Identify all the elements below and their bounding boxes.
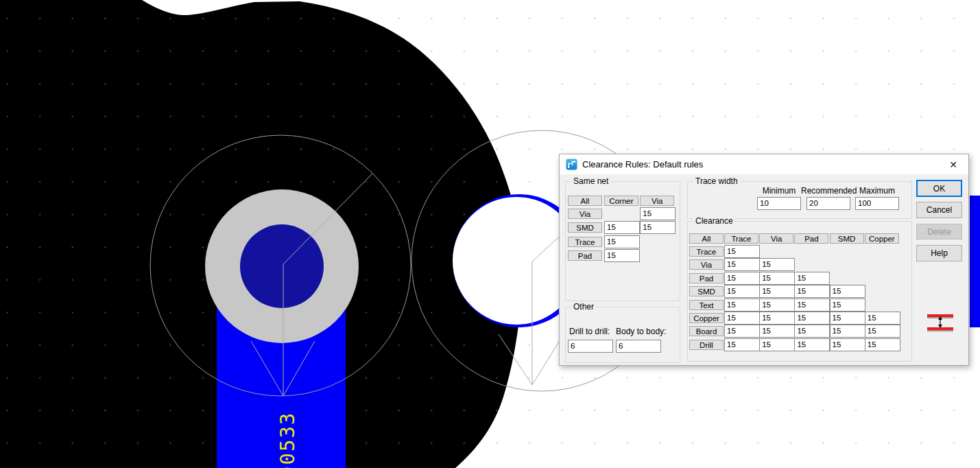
clearance-cell-board-smd[interactable]: 15	[830, 325, 865, 338]
clearance-row-copper-button[interactable]: Copper	[689, 313, 724, 323]
clearance-row-smd-button[interactable]: SMD	[689, 286, 724, 296]
clearance-group-label: Clearance	[693, 216, 735, 226]
drill-to-drill-field[interactable]: 6	[568, 340, 613, 353]
clearance-arrow-icon	[936, 316, 944, 328]
clearance-cell-smd-trace[interactable]: 15	[724, 285, 760, 298]
clearance-cell-smd-smd[interactable]: 15	[830, 285, 865, 298]
close-icon[interactable]: ✕	[947, 159, 959, 171]
clearance-cell-drill-copper[interactable]: 15	[865, 338, 900, 351]
clearance-row-via-button[interactable]: Via	[689, 259, 724, 270]
dialog-client-area: Same net Trace width Minimum Recommended…	[560, 174, 968, 365]
same-net-row-pad-button[interactable]: Pad	[568, 250, 602, 261]
left-pad-drill[interactable]	[240, 224, 324, 308]
clearance-cell-via-trace[interactable]: 15	[724, 258, 760, 271]
same-net-cell-smd-via[interactable]: 15	[640, 221, 676, 234]
same-net-cell-trace-corner[interactable]: 15	[604, 235, 640, 248]
help-button[interactable]: Help	[916, 245, 962, 261]
clearance-row-board-button[interactable]: Board	[689, 326, 724, 336]
clearance-cell-via-via[interactable]: 15	[759, 258, 795, 271]
clearance-header-pad-button[interactable]: Pad	[794, 233, 828, 244]
clearance-cell-drill-pad[interactable]: 15	[794, 338, 830, 351]
minimum-column-label: Minimum	[757, 186, 801, 196]
delete-button: Delete	[916, 224, 962, 239]
right-edge-trace[interactable]	[970, 196, 980, 327]
clearance-cell-text-pad[interactable]: 15	[794, 299, 830, 312]
clearance-header-all-button[interactable]: All	[689, 233, 724, 244]
pad-ref-text[interactable]: 00533	[276, 412, 299, 468]
clearance-cell-text-via[interactable]: 15	[759, 299, 795, 312]
clearance-cell-board-pad[interactable]: 15	[794, 325, 830, 338]
same-net-row-trace-button[interactable]: Trace	[568, 237, 602, 247]
clearance-cell-pad-via[interactable]: 15	[759, 272, 795, 285]
clearance-cell-smd-via[interactable]: 15	[759, 285, 795, 298]
same-net-cell-via-via[interactable]: 15	[640, 207, 676, 220]
same-net-cell-smd-corner[interactable]: 15	[604, 221, 640, 234]
maximum-column-label: Maximum	[855, 186, 899, 196]
same-net-cell-pad-corner[interactable]: 15	[604, 249, 640, 262]
trace-width-group-label: Trace width	[693, 176, 740, 186]
same-net-header-via-button[interactable]: Via	[640, 196, 674, 206]
clearance-cell-copper-trace[interactable]: 15	[724, 312, 760, 325]
clearance-header-copper-button[interactable]: Copper	[865, 233, 899, 244]
clearance-row-trace-button[interactable]: Trace	[689, 246, 724, 257]
clearance-cell-board-via[interactable]: 15	[759, 325, 795, 338]
maximum-trace-width-field[interactable]: 100	[855, 197, 899, 210]
same-net-row-smd-button[interactable]: SMD	[568, 222, 602, 233]
dialog-icon	[566, 159, 577, 170]
drill-to-drill-label: Drill to drill:	[569, 327, 610, 336]
clearance-cell-copper-via[interactable]: 15	[759, 312, 795, 325]
clearance-cell-text-smd[interactable]: 15	[830, 299, 865, 312]
clearance-header-smd-button[interactable]: SMD	[830, 233, 864, 244]
same-net-header-all-button[interactable]: All	[568, 196, 602, 206]
cancel-button[interactable]: Cancel	[916, 202, 962, 218]
clearance-cell-pad-trace[interactable]: 15	[724, 272, 760, 285]
clearance-cell-copper-smd[interactable]: 15	[830, 312, 865, 325]
clearance-rules-dialog: Clearance Rules: Default rules ✕ Same ne…	[559, 154, 969, 366]
clearance-cell-drill-via[interactable]: 15	[759, 338, 795, 351]
same-net-row-via-button[interactable]: Via	[568, 209, 602, 219]
body-to-body-label: Body to body:	[616, 327, 666, 336]
clearance-cell-board-trace[interactable]: 15	[724, 325, 760, 338]
clearance-header-via-button[interactable]: Via	[759, 233, 793, 244]
clearance-cell-copper-copper[interactable]: 15	[865, 312, 900, 325]
clearance-cell-text-trace[interactable]: 15	[724, 299, 760, 312]
clearance-row-drill-button[interactable]: Drill	[689, 340, 724, 350]
dialog-titlebar[interactable]: Clearance Rules: Default rules ✕	[560, 154, 968, 174]
recommended-column-label: Recommended	[801, 186, 856, 196]
clearance-cell-trace-trace[interactable]: 15	[724, 245, 760, 258]
clearance-row-pad-button[interactable]: Pad	[689, 273, 724, 283]
clearance-row-text-button[interactable]: Text	[689, 300, 724, 310]
clearance-cell-board-copper[interactable]: 15	[865, 325, 900, 338]
ok-button[interactable]: OK	[916, 180, 962, 197]
clearance-cell-drill-smd[interactable]: 15	[830, 338, 865, 351]
body-to-body-field[interactable]: 6	[616, 340, 661, 353]
minimum-trace-width-field[interactable]: 10	[757, 197, 801, 210]
same-net-group-label: Same net	[571, 176, 610, 186]
clearance-cell-drill-trace[interactable]: 15	[724, 338, 760, 351]
clearance-header-trace-button[interactable]: Trace	[724, 233, 758, 244]
recommended-trace-width-field[interactable]: 20	[806, 197, 850, 210]
dialog-title: Clearance Rules: Default rules	[582, 159, 703, 169]
clearance-cell-copper-pad[interactable]: 15	[794, 312, 830, 325]
other-group-label: Other	[571, 302, 596, 312]
clearance-cell-pad-pad[interactable]: 15	[794, 272, 830, 285]
clearance-cell-smd-pad[interactable]: 15	[794, 285, 830, 298]
same-net-header-corner-button[interactable]: Corner	[604, 196, 638, 206]
